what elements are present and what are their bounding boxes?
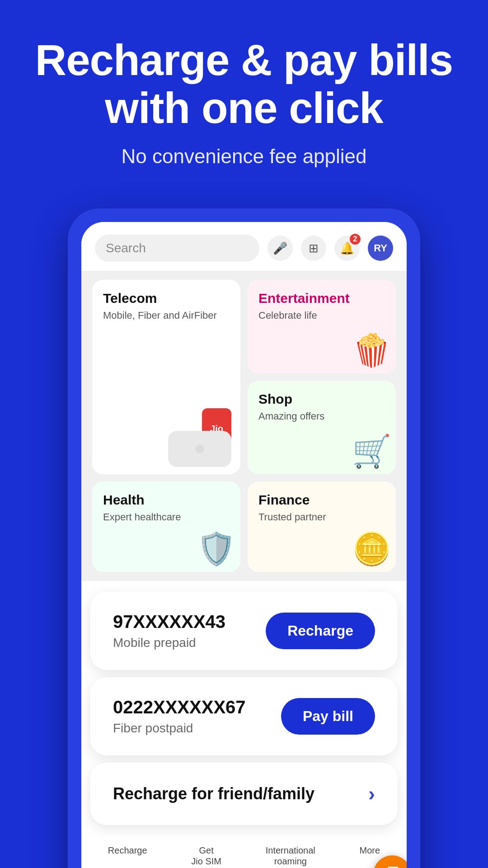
- friend-recharge-card[interactable]: Recharge for friend/family ›: [90, 763, 398, 825]
- bottom-nav: Recharge GetJio SIM Internationalroaming…: [81, 836, 407, 868]
- quick-roaming-label: Internationalroaming: [266, 845, 315, 867]
- mobile-label: Mobile prepaid: [113, 636, 225, 650]
- shop-title: Shop: [258, 392, 385, 407]
- health-subtitle: Expert healthcare: [103, 511, 230, 523]
- qr-icon[interactable]: ⊞: [301, 236, 326, 261]
- microphone-icon[interactable]: 🎤: [267, 236, 293, 261]
- quick-jiosim-label: GetJio SIM: [191, 845, 221, 867]
- phone-mockup-container: Search 🎤 ⊞ 🔔 2 RY Telecom Mobile, Fiber …: [0, 208, 488, 868]
- fiber-paybill-card: 0222XXXXXX67 Fiber postpaid Pay bill: [90, 677, 398, 755]
- finance-image: 🪙: [352, 530, 391, 567]
- quick-actions-bar: Recharge GetJio SIM Internationalroaming…: [81, 836, 407, 868]
- notification-badge: 2: [350, 234, 361, 245]
- shop-subtitle: Amazing offers: [258, 410, 385, 422]
- fiber-info: 0222XXXXXX67 Fiber postpaid: [113, 697, 246, 736]
- top-bar: Search 🎤 ⊞ 🔔 2 RY: [81, 222, 407, 271]
- quick-action-recharge[interactable]: Recharge: [108, 845, 147, 867]
- quick-recharge-label: Recharge: [108, 845, 147, 856]
- fiber-label: Fiber postpaid: [113, 721, 246, 736]
- notification-icon[interactable]: 🔔 2: [334, 236, 360, 261]
- friend-recharge-label: Recharge for friend/family: [113, 784, 314, 803]
- finance-title: Finance: [258, 492, 385, 508]
- shop-card[interactable]: Shop Amazing offers 🛒: [248, 381, 396, 474]
- phone-screen: Search 🎤 ⊞ 🔔 2 RY Telecom Mobile, Fiber …: [81, 222, 407, 868]
- finance-card[interactable]: Finance Trusted partner 🪙: [248, 481, 396, 572]
- mobile-number: 97XXXXXX43: [113, 612, 225, 632]
- hero-section: Recharge & pay bills with one click No c…: [0, 0, 488, 186]
- jio-router: [168, 431, 231, 467]
- search-placeholder: Search: [106, 241, 146, 255]
- avatar[interactable]: RY: [368, 236, 393, 261]
- recharge-button[interactable]: Recharge: [266, 613, 375, 649]
- fiber-number: 0222XXXXXX67: [113, 697, 246, 717]
- health-title: Health: [103, 492, 230, 508]
- shop-image: 🛒: [352, 433, 391, 470]
- finance-subtitle: Trusted partner: [258, 511, 385, 523]
- search-bar[interactable]: Search: [95, 235, 259, 262]
- chevron-right-icon: ›: [368, 783, 375, 805]
- hero-subtitle: No convenience fee applied: [27, 145, 461, 168]
- mobile-recharge-card: 97XXXXXX43 Mobile prepaid Recharge: [90, 592, 398, 670]
- entertainment-image: 🍿: [352, 332, 391, 369]
- quick-action-roaming[interactable]: Internationalroaming: [266, 845, 315, 867]
- cards-grid: Telecom Mobile, Fiber and AirFiber Jio E…: [81, 271, 407, 581]
- quick-action-jiosim[interactable]: GetJio SIM: [191, 845, 221, 867]
- phone-mockup: Search 🎤 ⊞ 🔔 2 RY Telecom Mobile, Fiber …: [68, 208, 420, 868]
- hero-title: Recharge & pay bills with one click: [27, 36, 461, 132]
- telecom-card[interactable]: Telecom Mobile, Fiber and AirFiber Jio: [92, 280, 240, 474]
- health-image: 🛡️: [197, 530, 236, 567]
- entertainment-card[interactable]: Entertainment Celebrate life 🍿: [248, 280, 396, 373]
- telecom-subtitle: Mobile, Fiber and AirFiber: [103, 310, 230, 321]
- action-cards-section: 97XXXXXX43 Mobile prepaid Recharge 0222X…: [81, 581, 407, 836]
- quick-more-label: More: [360, 845, 380, 856]
- pay-bill-button[interactable]: Pay bill: [281, 698, 375, 735]
- entertainment-title: Entertainment: [258, 291, 385, 306]
- jio-device-image: Jio: [164, 408, 236, 467]
- health-card[interactable]: Health Expert healthcare 🛡️: [92, 481, 240, 572]
- telecom-title: Telecom: [103, 291, 230, 306]
- entertainment-subtitle: Celebrate life: [258, 310, 385, 321]
- mobile-info: 97XXXXXX43 Mobile prepaid: [113, 612, 225, 650]
